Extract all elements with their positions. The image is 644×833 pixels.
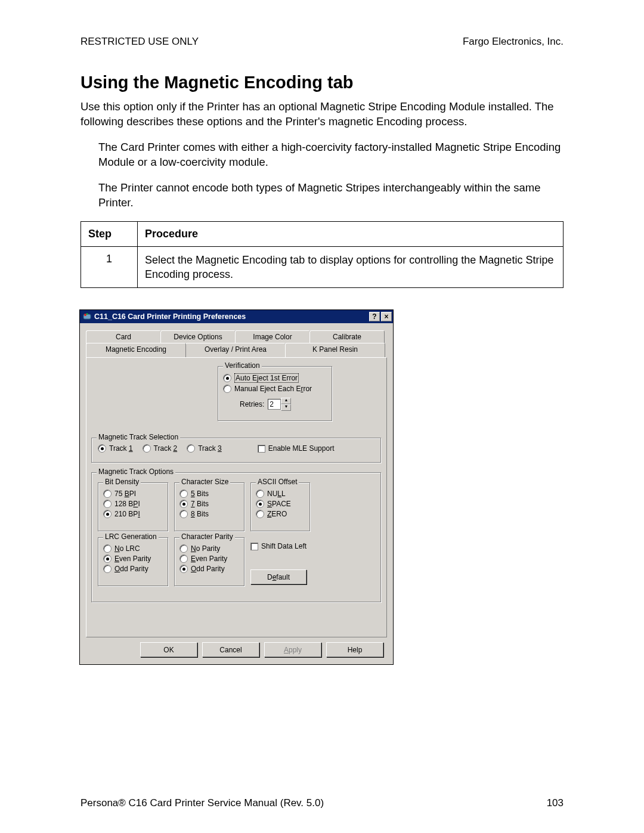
- procedure-table: Step Procedure 1 Select the Magnetic Enc…: [80, 221, 564, 289]
- char-parity-group: Character Parity No Parity Even Parity O…: [174, 537, 244, 586]
- svg-point-2: [86, 313, 88, 315]
- radio-no-parity[interactable]: No Parity: [179, 544, 239, 553]
- page-title: Using the Magnetic Encoding tab: [80, 73, 564, 92]
- intro-text: Use this option only if the Printer has …: [80, 100, 564, 129]
- radio-75-bpi[interactable]: 75 BPI: [103, 490, 163, 498]
- radio-128-bpi[interactable]: 128 BPI: [103, 500, 163, 508]
- radio-8-bits[interactable]: 8 Bits: [179, 510, 239, 518]
- ok-button[interactable]: OK: [140, 642, 197, 657]
- tab-device-options[interactable]: Device Options: [160, 330, 236, 343]
- header-right: Fargo Electronics, Inc.: [463, 36, 564, 48]
- bullet-1: The Card Printer comes with either a hig…: [98, 140, 564, 170]
- tab-image-color[interactable]: Image Color: [235, 330, 310, 343]
- step-number: 1: [81, 246, 138, 288]
- check-shift-data-left[interactable]: Shift Data Left: [250, 542, 306, 550]
- radio-parity-even[interactable]: Even Parity: [179, 555, 239, 563]
- apply-button[interactable]: Apply: [264, 642, 321, 657]
- track-selection-legend: Magnetic Track Selection: [97, 433, 180, 441]
- radio-space[interactable]: SPACE: [256, 500, 305, 508]
- cancel-button[interactable]: Cancel: [202, 642, 259, 657]
- radio-lrc-odd[interactable]: Odd Parity: [103, 565, 163, 573]
- close-button[interactable]: ×: [381, 312, 392, 321]
- col-procedure: Procedure: [138, 221, 564, 246]
- app-icon: [82, 312, 92, 321]
- radio-manual-eject[interactable]: Manual Eject Each Error: [223, 385, 327, 393]
- titlebar: C11_C16 Card Printer Printing Preference…: [80, 310, 393, 323]
- retries-label: Retries:: [240, 400, 264, 408]
- footer-page-number: 103: [547, 797, 564, 809]
- help-button[interactable]: ?: [369, 312, 380, 321]
- radio-track-3[interactable]: Track 3: [187, 444, 222, 453]
- spin-down-icon[interactable]: ▼: [281, 404, 291, 411]
- step-procedure: Select the Magnetic Encoding tab to disp…: [138, 246, 564, 288]
- tab-card[interactable]: Card: [86, 330, 161, 343]
- tab-panel: Verification Auto Eject 1st Error Manual…: [86, 357, 387, 637]
- tab-magnetic-encoding[interactable]: Magnetic Encoding: [86, 343, 186, 357]
- radio-lrc-even[interactable]: Even Parity: [103, 555, 163, 563]
- footer-left: Persona® C16 Card Printer Service Manual…: [80, 797, 324, 809]
- col-step: Step: [81, 221, 138, 246]
- radio-auto-eject[interactable]: Auto Eject 1st Error: [223, 373, 327, 383]
- track-selection-group: Magnetic Track Selection Track 1 Track 2…: [91, 438, 381, 463]
- tab-strip: Card Device Options Image Color Calibrat…: [86, 330, 387, 358]
- preferences-dialog: C11_C16 Card Printer Printing Preference…: [79, 309, 394, 665]
- tab-k-panel-resin[interactable]: K Panel Resin: [285, 343, 385, 357]
- radio-210-bpi[interactable]: 210 BPI: [103, 510, 163, 518]
- spin-up-icon[interactable]: ▲: [281, 398, 291, 404]
- radio-zero[interactable]: ZERO: [256, 510, 305, 518]
- header-left: RESTRICTED USE ONLY: [80, 36, 199, 48]
- tab-overlay-print-area[interactable]: Overlay / Print Area: [185, 343, 286, 357]
- char-size-group: Character Size 5 Bits 7 Bits 8 Bits: [174, 482, 244, 531]
- lrc-group: LRC Generation No LRC Even Parity Odd Pa…: [98, 537, 168, 586]
- verification-group: Verification Auto Eject 1st Error Manual…: [218, 366, 332, 421]
- retries-input[interactable]: [268, 399, 281, 410]
- track-options-legend: Magnetic Track Options: [97, 467, 175, 476]
- tab-calibrate[interactable]: Calibrate: [309, 330, 385, 343]
- bullet-2: The Printer cannot encode both types of …: [98, 181, 564, 210]
- check-mle-support[interactable]: Enable MLE Support: [258, 444, 335, 453]
- radio-5-bits[interactable]: 5 Bits: [179, 490, 239, 498]
- radio-parity-odd[interactable]: Odd Parity: [179, 565, 239, 573]
- radio-no-lrc[interactable]: No LRC: [103, 544, 163, 553]
- radio-7-bits[interactable]: 7 Bits: [179, 500, 239, 508]
- track-options-group: Magnetic Track Options Bit Density 75 BP…: [91, 472, 381, 602]
- svg-point-1: [84, 314, 86, 316]
- verification-legend: Verification: [223, 361, 262, 370]
- help-button-bottom[interactable]: Help: [326, 642, 383, 657]
- radio-track-1[interactable]: Track 1: [98, 444, 133, 453]
- default-button[interactable]: Default: [250, 569, 306, 584]
- bit-density-group: Bit Density 75 BPI 128 BPI 210 BPI: [98, 482, 168, 531]
- retries-spinner[interactable]: ▲ ▼: [268, 398, 291, 411]
- radio-track-2[interactable]: Track 2: [143, 444, 178, 453]
- radio-null[interactable]: NULL: [256, 490, 305, 498]
- ascii-offset-group: ASCII Offset NULL SPACE ZERO: [250, 482, 310, 531]
- dialog-title: C11_C16 Card Printer Printing Preference…: [94, 312, 369, 321]
